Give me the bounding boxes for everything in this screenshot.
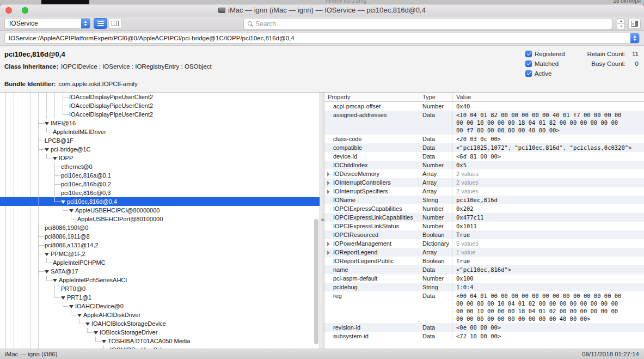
disclosure-triangle-icon[interactable] — [327, 181, 330, 185]
close-button[interactable] — [5, 7, 12, 14]
property-row[interactable]: compatibleData<"pci1025,1072", "pci10ec,… — [324, 143, 644, 152]
tree-item[interactable]: pci10ec,816b@0,2 — [0, 180, 320, 188]
tree-item[interactable]: IOAHCIBlockStorageDevice — [0, 319, 320, 328]
column-view-button[interactable] — [108, 18, 122, 29]
property-row[interactable]: IOReportLegendArray1 value — [324, 248, 644, 257]
tree-scrollbar-thumb[interactable] — [314, 219, 318, 344]
property-row[interactable]: IOInterruptControllersArray2 values — [324, 178, 644, 187]
tree-item[interactable]: pci8086,a131@14,2 — [0, 241, 320, 250]
property-row[interactable]: IOPCIResourcedBooleanTrue — [324, 230, 644, 239]
property-row[interactable]: IOChildIndexNumber0x5 — [324, 161, 644, 169]
property-row[interactable]: pcidebugString1:0:4 — [324, 283, 644, 291]
tree-item[interactable]: IOAccelDisplayPipeUserClient2 — [0, 101, 320, 110]
expand-triangle-icon[interactable] — [45, 270, 49, 273]
property-row[interactable]: IONameStringpci10ec,816d — [324, 196, 644, 204]
expand-triangle-icon[interactable] — [69, 209, 73, 212]
desktop-window-fragment — [41, 0, 89, 4]
property-type: Number — [419, 274, 453, 283]
tree-item[interactable]: pci10ec,816a@0,1 — [0, 171, 320, 180]
tree-item[interactable]: IOPP — [0, 154, 320, 162]
expand-triangle-icon[interactable] — [53, 157, 57, 160]
tree-item[interactable]: TOSHIBA DT01ACA050 Media — [0, 337, 320, 345]
disclosure-triangle-icon[interactable] — [327, 251, 330, 255]
window-proxy-icon — [218, 8, 225, 13]
tree-item[interactable]: IOAccelDisplayPipeUserClient2 — [0, 110, 320, 119]
tree-item[interactable]: PRT0@0 — [0, 284, 320, 293]
search-input[interactable]: Search — [243, 18, 612, 29]
property-row[interactable]: device-idData<6d 81 00 00> — [324, 152, 644, 161]
titlebar[interactable]: iMac — ignn (iMac — ignn) — IOService — … — [0, 4, 644, 16]
tree-item-label: AppleAHCIDiskDriver — [83, 312, 140, 318]
tree-item[interactable]: IOAccelDisplayPipeUserClient2 — [0, 93, 320, 101]
property-row[interactable]: IOPowerManagementDictionary5 values — [324, 239, 644, 248]
tree-item[interactable]: IOBlockStorageDriver — [0, 328, 320, 337]
tree-item[interactable]: pci8086,1911@8 — [0, 232, 320, 241]
stepper-up-button[interactable] — [617, 19, 625, 24]
path-popup-icon[interactable] — [630, 33, 639, 43]
tree-item[interactable]: PRT1@1 — [0, 293, 320, 302]
path-field[interactable]: IOService:/AppleACPIPlatformExpert/PCI0@… — [4, 33, 640, 44]
tree-item[interactable]: pci10ec,816c@0,3 — [0, 188, 320, 197]
zoom-button[interactable] — [22, 7, 28, 14]
disclosure-triangle-icon[interactable] — [327, 242, 330, 246]
property-row[interactable]: pci-aspm-defaultNumber0x100 — [324, 274, 644, 283]
tree-pane[interactable]: IOAccelDisplayPipeUserClient2IOAccelDisp… — [0, 93, 320, 349]
property-row[interactable]: assigned-addressesData<10 04 01 82 00 00… — [324, 111, 644, 135]
expand-triangle-icon[interactable] — [94, 331, 98, 334]
column-header-property[interactable]: Property — [324, 93, 419, 101]
property-row[interactable]: class-codeData<20 03 0c 00> — [324, 135, 644, 143]
property-row[interactable]: IOPCIExpressCapabilitiesNumber0x202 — [324, 204, 644, 213]
property-row[interactable]: IOInterruptSpecifiersArray2 values — [324, 187, 644, 196]
tree-item[interactable]: AppleUSBEHCIPort@80100000 — [0, 215, 320, 223]
tree-item[interactable]: pci8086,190f@0 — [0, 223, 320, 232]
tree-item[interactable]: AppleIntelPCHPMC — [0, 258, 320, 267]
tree-item[interactable]: AppleIntelPchSeriesAHCI — [0, 276, 320, 284]
column-header-value[interactable]: Value — [453, 93, 644, 101]
disclosure-triangle-icon[interactable] — [327, 190, 330, 194]
tree-item[interactable]: pci10ec,816d@0,4 — [0, 197, 320, 206]
property-row[interactable]: acpi-pmcap-offsetNumber0x40 — [324, 102, 644, 111]
tree-item[interactable]: AppleIntelMEIDriver — [0, 127, 320, 136]
property-row[interactable]: nameData<"pci10ec,816d"> — [324, 265, 644, 274]
property-row[interactable]: IODeviceMemoryArray2 values — [324, 169, 644, 178]
tree-item[interactable]: pci-bridge@1C — [0, 145, 320, 154]
tree-item[interactable]: IOGUIDPartitionScheme — [0, 345, 320, 349]
expand-triangle-icon[interactable] — [102, 340, 106, 343]
property-row[interactable]: IOPCIExpressLinkStatusNumber0x1011 — [324, 222, 644, 230]
tree-connector — [54, 193, 61, 193]
property-name: assigned-addresses — [324, 111, 419, 135]
tree-item[interactable]: ethernet@0 — [0, 162, 320, 171]
tree-item[interactable]: LPCB@1F — [0, 136, 320, 145]
stepper-down-button[interactable] — [617, 23, 625, 29]
expand-triangle-icon[interactable] — [53, 279, 57, 282]
tree-item[interactable]: PPMC@1F,2 — [0, 250, 320, 258]
column-header-type[interactable]: Type — [419, 93, 453, 101]
property-row[interactable]: IOReportLegendPublicBooleanTrue — [324, 257, 644, 265]
list-view-button[interactable] — [94, 18, 107, 29]
expand-triangle-icon[interactable] — [77, 314, 82, 317]
tree-item[interactable]: IMEI@16 — [0, 119, 320, 127]
registered-checkbox[interactable] — [525, 51, 532, 57]
property-row[interactable]: revision-idData<0e 00 00 00> — [324, 323, 644, 332]
expand-triangle-icon[interactable] — [85, 323, 90, 326]
split-divider[interactable] — [320, 93, 324, 349]
matched-checkbox[interactable] — [525, 60, 532, 67]
plane-popup-button[interactable]: IOService — [4, 18, 90, 29]
expand-triangle-icon[interactable] — [45, 148, 49, 151]
history-stepper[interactable] — [617, 19, 625, 29]
tree-item[interactable]: IOAHCIDevice@0 — [0, 302, 320, 311]
active-checkbox[interactable] — [525, 70, 532, 77]
expand-triangle-icon[interactable] — [45, 253, 49, 256]
expand-triangle-icon[interactable] — [61, 296, 65, 300]
inspector-toggle-button[interactable] — [628, 18, 641, 29]
property-row[interactable]: regData<00 04 01 00 00 00 00 00 00 00 00… — [324, 291, 644, 323]
expand-triangle-icon[interactable] — [69, 305, 73, 308]
tree-item[interactable]: AppleUSBEHCIPCI@80000000 — [0, 206, 320, 215]
property-row[interactable]: subsystem-idData<72 10 00 00> — [324, 332, 644, 340]
tree-item[interactable]: AppleAHCIDiskDriver — [0, 311, 320, 319]
disclosure-triangle-icon[interactable] — [327, 172, 330, 177]
property-row[interactable]: IOPCIExpressLinkCapabilitiesNumber0x477c… — [324, 213, 644, 222]
tree-item[interactable]: SATA@17 — [0, 267, 320, 276]
expand-triangle-icon[interactable] — [45, 122, 49, 125]
expand-triangle-icon[interactable] — [61, 200, 65, 204]
